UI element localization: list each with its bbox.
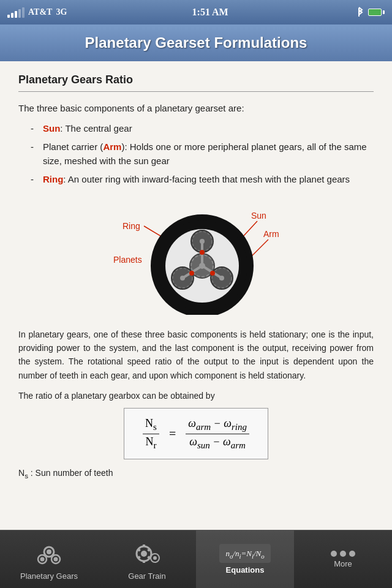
dash-3: -	[31, 173, 43, 187]
bullet-text-2: Planet carrier (Arm): Holds one or more …	[43, 140, 374, 168]
svg-point-45	[153, 556, 157, 560]
body-text: In planetary gears, one of these three b…	[18, 328, 374, 383]
bullet-1: - Sun: The central gear	[31, 122, 374, 136]
carrier-label: AT&T	[28, 7, 52, 17]
dash-1: -	[31, 122, 43, 136]
svg-text:Sun: Sun	[251, 211, 266, 221]
bar2	[11, 13, 13, 18]
status-right	[353, 7, 385, 18]
svg-point-33	[40, 557, 45, 561]
bar3	[15, 11, 17, 18]
rhs-fraction: ωarm − ωring ωsun − ωarm	[186, 417, 249, 450]
battery-icon	[368, 9, 385, 16]
ns-sub: s	[153, 422, 157, 432]
bluetooth-icon	[353, 7, 364, 18]
teeth-label: Ns : Sun number of teeth	[18, 468, 374, 480]
network-label: 3G	[56, 7, 67, 17]
main-content: Planetary Gears Ratio The three basic co…	[0, 61, 392, 530]
svg-text:Ring: Ring	[123, 221, 140, 231]
gear-train-icon	[132, 538, 162, 569]
intro-text: The three basic components of a planetar…	[18, 102, 374, 116]
bullet-text-3: Ring: An outer ring with inward-facing t…	[43, 173, 374, 187]
svg-point-35	[54, 557, 58, 561]
more-dots-icon	[331, 551, 355, 557]
svg-point-29	[210, 271, 215, 276]
planetary-gears-icon	[34, 538, 64, 569]
bullet-2: - Planet carrier (Arm): Holds one or mor…	[31, 140, 374, 168]
svg-text:Planets: Planets	[113, 255, 142, 265]
rhs-numerator: ωarm − ωring	[186, 417, 249, 434]
section-title: Planetary Gears Ratio	[18, 74, 374, 86]
svg-point-31	[47, 549, 51, 554]
sun-label: Sun	[43, 123, 60, 134]
tab-gear-train[interactable]: Gear Train	[98, 530, 196, 588]
equals-sign: =	[169, 427, 176, 441]
tab-planetary-gears-label: Planetary Gears	[20, 571, 78, 581]
ring-label: Ring	[43, 174, 63, 184]
bar1	[7, 15, 10, 18]
gear-diagram: Ring Sun Arm Planets	[18, 195, 374, 318]
tab-bar: Planetary Gears Gear Train no/ni=Ni/No E…	[0, 530, 392, 588]
svg-rect-38	[143, 545, 145, 547]
bar4	[18, 9, 21, 18]
tab-equations-label: Equations	[226, 565, 265, 575]
gear-diagram-svg: Ring Sun Arm Planets	[74, 195, 318, 315]
formula-content: Ns Nr = ωarm − ωring ωsun − ωarm	[143, 417, 249, 450]
formula-box: Ns Nr = ωarm − ωring ωsun − ωarm	[124, 408, 268, 459]
time-display: 1:51 AM	[192, 7, 228, 18]
dash-2: -	[31, 140, 43, 154]
nr-sub: r	[153, 440, 156, 450]
lhs-fraction: Ns Nr	[143, 417, 159, 450]
lhs-numerator: Ns	[143, 417, 159, 434]
svg-rect-39	[143, 560, 145, 563]
svg-point-37	[141, 551, 147, 557]
tab-equations[interactable]: no/ni=Ni/No Equations	[196, 530, 294, 588]
tab-more[interactable]: More	[294, 530, 392, 588]
signal-bars	[7, 7, 24, 18]
bullet-3: - Ring: An outer ring with inward-facing…	[31, 173, 374, 187]
app-header: Planetary Gearset Formulations	[0, 24, 392, 61]
tab-more-label: More	[334, 559, 352, 568]
status-bar: AT&T 3G 1:51 AM	[0, 0, 392, 24]
svg-point-27	[200, 250, 205, 255]
equations-formula-icon: no/ni=Ni/No	[219, 544, 270, 564]
arm-label: Arm	[103, 141, 121, 152]
status-left: AT&T 3G	[7, 7, 67, 18]
ratio-intro: The ratio of a planetary gearbox can be …	[18, 391, 374, 401]
tab-planetary-gears[interactable]: Planetary Gears	[0, 530, 98, 588]
svg-point-28	[189, 271, 194, 276]
bullet-text-1: Sun: The central gear	[43, 122, 374, 136]
app-title: Planetary Gearset Formulations	[85, 34, 307, 51]
section-divider	[18, 91, 374, 92]
bar5	[22, 7, 24, 18]
tab-gear-train-label: Gear Train	[128, 571, 165, 581]
rhs-denominator: ωsun − ωarm	[187, 434, 248, 451]
svg-text:Arm: Arm	[263, 229, 279, 239]
bullet-list: - Sun: The central gear - Planet carrier…	[31, 122, 374, 187]
lhs-denominator: Nr	[143, 434, 159, 451]
